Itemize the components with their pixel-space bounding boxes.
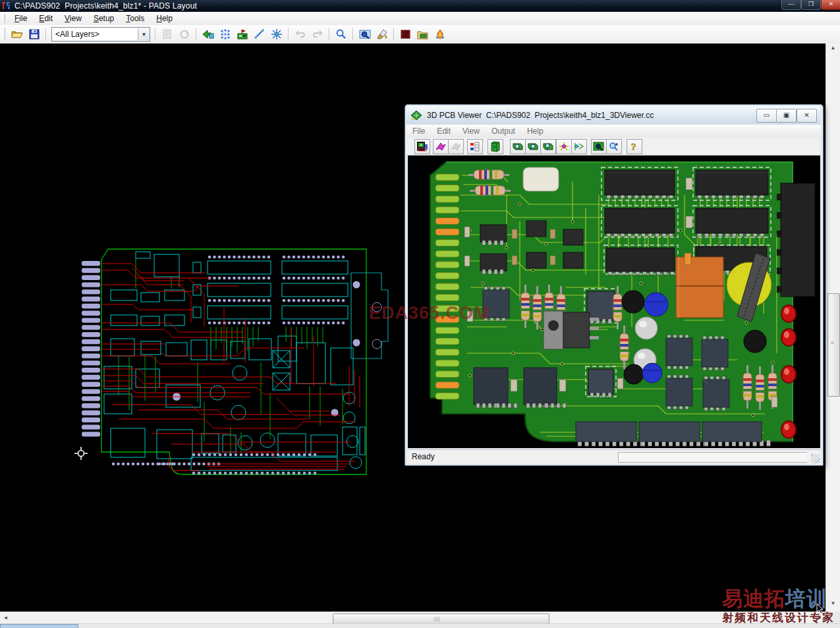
viewer-close-button[interactable]: ✕ (797, 109, 817, 123)
2d-pcb-layout[interactable] (72, 244, 389, 501)
3d-crystal-oscillator (523, 167, 559, 191)
scroll-left-icon[interactable]: ◄ (1, 614, 11, 623)
watermark-brand-red: 易迪拓 (722, 587, 785, 610)
drafting-toolbar-icon[interactable] (235, 26, 250, 42)
zoom-in-icon[interactable] (606, 139, 622, 154)
3d-orange-capacitor (676, 257, 723, 318)
3d-edge-connector (435, 174, 459, 399)
menu-setup[interactable]: Setup (88, 13, 120, 24)
viewer-app-icon (410, 110, 422, 121)
menu-help[interactable]: Help (150, 13, 179, 24)
vertical-scrollbar[interactable]: ▲ ≡ ▼ (826, 43, 840, 612)
zoom-icon[interactable] (333, 26, 349, 42)
menu-file[interactable]: File (9, 13, 33, 24)
toolbar-grip[interactable] (1, 28, 5, 41)
3d-pcb-viewer-window[interactable]: 3D PCB Viewer C:\PADS902 Projects\keith4… (405, 104, 824, 466)
viewer-resize-grip[interactable] (811, 454, 820, 463)
bottom-status-box (0, 624, 78, 628)
2d-components (104, 252, 365, 471)
rotate-disabled-icon (448, 139, 464, 154)
layer-selector-dropdown-icon[interactable]: ▼ (138, 28, 150, 40)
scroll-up-icon[interactable]: ▲ (827, 45, 839, 55)
photoreal-icon[interactable]: P (488, 139, 503, 154)
eco-toolbar-icon[interactable] (200, 26, 216, 42)
origin-marker (74, 446, 88, 461)
layer-list-icon[interactable] (467, 139, 483, 154)
view-top-icon[interactable] (510, 139, 526, 154)
viewer-menu-bar: File Edit View Output Help (406, 124, 820, 138)
viewer-minimize-button[interactable]: ▭ (756, 109, 777, 123)
bottom-strip (0, 623, 840, 628)
svg-text:?: ? (631, 142, 636, 152)
rotate-icon[interactable] (433, 139, 449, 154)
eda365-watermark: EDA365.COM (369, 303, 490, 324)
viewer-status-text: Ready (412, 452, 435, 461)
3d-pcb-board (408, 156, 820, 448)
properties-icon (159, 26, 175, 42)
viewer-title: 3D PCB Viewer C:\PADS902 Projects\keith4… (427, 111, 654, 120)
layer-view-icon[interactable] (414, 139, 430, 154)
main-title-bar: C:\PADS902 Projects\keith4_blz1* - PADS … (0, 0, 840, 12)
view-side-icon[interactable] (540, 139, 556, 154)
layer-selector[interactable]: <All Layers> ▼ (51, 27, 150, 42)
route-toolbar-icon[interactable] (269, 26, 285, 42)
board-zoom-icon[interactable] (591, 139, 607, 154)
vertical-scroll-thumb[interactable]: ≡ (827, 293, 840, 397)
layer-selector-value: <All Layers> (52, 30, 138, 39)
viewer-menu-view[interactable]: View (457, 125, 486, 137)
save-icon[interactable] (26, 26, 42, 42)
viewer-status-bar: Ready (407, 449, 821, 464)
2d-edge-connector (82, 261, 100, 437)
ratsnest-icon[interactable] (217, 26, 233, 42)
help-icon[interactable]: ? (627, 139, 642, 154)
pads-app-icon (2, 1, 11, 10)
viewer-title-bar[interactable]: 3D PCB Viewer C:\PADS902 Projects\keith4… (406, 106, 820, 124)
viewer-status-field (618, 452, 807, 463)
menu-view[interactable]: View (59, 13, 88, 24)
viewer-toolbar: P ? (406, 138, 820, 156)
minimize-button[interactable]: — (781, 0, 801, 10)
horizontal-scrollbar[interactable]: ◄ ||| ► (0, 612, 826, 624)
menu-tools[interactable]: Tools (120, 13, 150, 24)
pour-manager-icon[interactable] (398, 26, 414, 42)
3d-right-connector (777, 183, 815, 297)
pads-layout-application: C:\PADS902 Projects\keith4_blz1* - PADS … (0, 0, 840, 628)
main-toolbar: <All Layers> ▼ (0, 25, 840, 45)
verify-design-icon[interactable] (432, 26, 448, 42)
viewer-menu-file[interactable]: File (406, 125, 431, 137)
viewer-menu-output[interactable]: Output (486, 125, 521, 137)
svg-text:P: P (493, 144, 497, 150)
horizontal-scroll-thumb[interactable]: ||| (333, 614, 549, 624)
open-icon[interactable] (9, 26, 25, 42)
main-menu-bar: File Edit View Setup Tools Help (0, 12, 840, 26)
undo-icon (293, 26, 308, 42)
redo-icon (310, 26, 325, 42)
view-bottom-icon[interactable] (525, 139, 541, 154)
2d-pads (112, 256, 345, 475)
cam-preview-icon[interactable] (415, 26, 431, 42)
maximize-button[interactable]: ❐ (801, 0, 821, 10)
mouse-cursor (816, 603, 825, 615)
board-view-icon[interactable] (357, 26, 373, 42)
redraw-icon (177, 26, 192, 42)
menu-grip[interactable] (1, 14, 5, 23)
main-window-title: C:\PADS902 Projects\keith4_blz1* - PADS … (14, 1, 197, 11)
close-button[interactable]: ✕ (821, 0, 840, 10)
viewer-3d-canvas[interactable] (408, 156, 820, 448)
dimensioning-icon[interactable] (252, 26, 267, 42)
menu-edit[interactable]: Edit (33, 13, 59, 24)
viewer-menu-help[interactable]: Help (521, 125, 549, 137)
explode-icon[interactable] (556, 139, 572, 154)
viewer-menu-edit[interactable]: Edit (431, 125, 457, 137)
pin-detail-icon[interactable] (571, 139, 587, 154)
viewer-maximize-button[interactable]: ▣ (776, 109, 797, 123)
brush-icon[interactable] (374, 26, 390, 42)
